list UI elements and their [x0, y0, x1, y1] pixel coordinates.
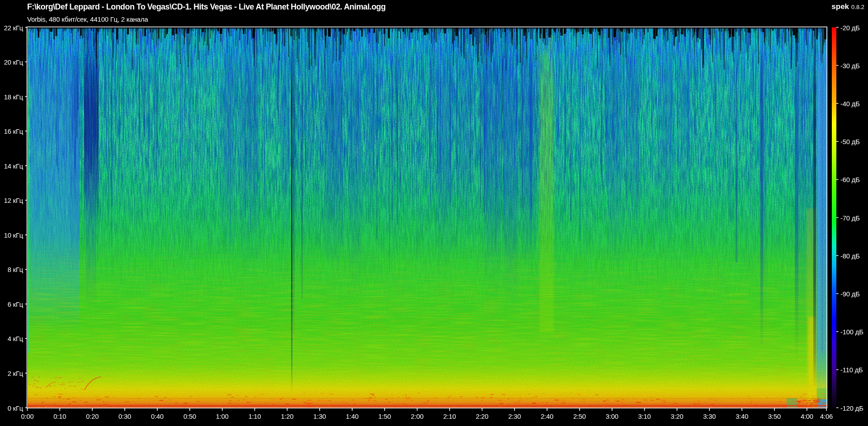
svg-text:3:20: 3:20 — [671, 413, 684, 420]
svg-text:0:30: 0:30 — [118, 413, 131, 420]
svg-text:2:50: 2:50 — [573, 413, 586, 420]
svg-text:8 кГц: 8 кГц — [8, 266, 24, 273]
svg-text:2:20: 2:20 — [476, 413, 488, 420]
svg-text:spek0.8.2: spek0.8.2 — [831, 2, 864, 11]
svg-text:3:00: 3:00 — [606, 413, 618, 420]
svg-text:3:40: 3:40 — [736, 413, 748, 420]
svg-text:0:10: 0:10 — [53, 413, 66, 420]
svg-text:1:20: 1:20 — [281, 413, 293, 420]
svg-text:-110 дБ: -110 дБ — [840, 366, 863, 374]
svg-text:4:00: 4:00 — [801, 413, 813, 420]
svg-text:1:10: 1:10 — [248, 413, 261, 420]
svg-text:1:40: 1:40 — [346, 413, 359, 420]
svg-text:-30 дБ: -30 дБ — [840, 62, 860, 70]
svg-text:1:30: 1:30 — [313, 413, 326, 420]
svg-text:1:00: 1:00 — [216, 413, 229, 420]
svg-text:-120 дБ: -120 дБ — [840, 405, 863, 412]
svg-text:2:10: 2:10 — [443, 413, 456, 420]
svg-text:3:10: 3:10 — [638, 413, 651, 420]
svg-text:-20 дБ: -20 дБ — [840, 24, 860, 32]
svg-text:-50 дБ: -50 дБ — [840, 138, 860, 145]
svg-text:2 кГц: 2 кГц — [8, 370, 24, 377]
svg-text:-60 дБ: -60 дБ — [840, 176, 860, 183]
svg-text:20 кГц: 20 кГц — [4, 59, 24, 66]
svg-text:16 кГц: 16 кГц — [4, 128, 24, 135]
svg-text:-40 дБ: -40 дБ — [840, 100, 860, 108]
svg-text:3:50: 3:50 — [768, 413, 781, 420]
svg-text:18 кГц: 18 кГц — [4, 94, 24, 101]
svg-text:-70 дБ: -70 дБ — [840, 215, 860, 222]
svg-text:6 кГц: 6 кГц — [8, 301, 24, 308]
svg-text:0:00: 0:00 — [21, 413, 34, 420]
svg-text:1:50: 1:50 — [378, 413, 391, 420]
svg-text:-90 дБ: -90 дБ — [840, 290, 860, 298]
svg-text:12 кГц: 12 кГц — [4, 197, 24, 204]
svg-text:2:30: 2:30 — [508, 413, 521, 420]
svg-text:0:40: 0:40 — [151, 413, 164, 420]
svg-text:4:06: 4:06 — [820, 413, 833, 420]
svg-text:0 кГц: 0 кГц — [8, 405, 24, 412]
svg-text:10 кГц: 10 кГц — [4, 232, 24, 239]
svg-text:-80 дБ: -80 дБ — [840, 253, 860, 260]
svg-text:Vorbis, 480 кбит/сек, 44100 Гц: Vorbis, 480 кбит/сек, 44100 Гц, 2 канала — [27, 15, 148, 23]
svg-text:22 кГц: 22 кГц — [4, 24, 24, 32]
svg-text:-100 дБ: -100 дБ — [840, 328, 863, 336]
svg-text:F:\korg\Def Leppard - London T: F:\korg\Def Leppard - London To Vegas\CD… — [27, 2, 386, 11]
svg-text:2:40: 2:40 — [541, 413, 553, 420]
svg-text:0:20: 0:20 — [86, 413, 99, 420]
svg-text:0:50: 0:50 — [184, 413, 196, 420]
svg-text:3:30: 3:30 — [703, 413, 716, 420]
svg-text:14 кГц: 14 кГц — [4, 163, 24, 170]
svg-text:4 кГц: 4 кГц — [8, 335, 24, 342]
svg-text:2:00: 2:00 — [411, 413, 424, 420]
